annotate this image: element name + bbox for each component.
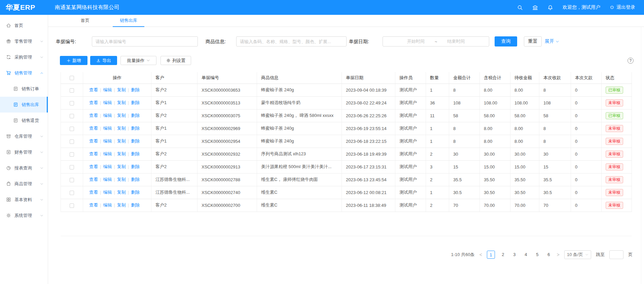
- batch-actions-button[interactable]: 批量操作: [120, 56, 156, 65]
- next-page-button[interactable]: >: [557, 252, 560, 257]
- row-checkbox[interactable]: [70, 88, 74, 93]
- row-checkbox[interactable]: [70, 191, 74, 195]
- page-number[interactable]: 6: [545, 251, 552, 259]
- action-view[interactable]: 查看: [89, 138, 98, 144]
- expand-link[interactable]: 展开: [545, 36, 559, 46]
- action-edit[interactable]: 编辑: [103, 138, 112, 144]
- action-edit[interactable]: 编辑: [103, 190, 112, 195]
- cell-status: 未审核: [602, 160, 632, 173]
- platform-icon[interactable]: [532, 5, 538, 10]
- sidebar-item-home[interactable]: 首页: [0, 18, 48, 33]
- cell-amount-total: 70: [449, 199, 480, 212]
- action-copy[interactable]: 复制: [117, 138, 126, 144]
- action-delete[interactable]: 删除: [131, 164, 140, 169]
- action-edit[interactable]: 编辑: [103, 100, 112, 105]
- row-checkbox[interactable]: [70, 139, 74, 144]
- sidebar-item-warehouse[interactable]: 仓库管理: [0, 128, 48, 144]
- action-separator: |: [100, 138, 101, 144]
- row-checkbox[interactable]: [70, 165, 74, 169]
- action-copy[interactable]: 复制: [117, 87, 126, 92]
- column-header: 单据日期: [342, 72, 395, 84]
- action-view[interactable]: 查看: [89, 202, 98, 208]
- sidebar-item-sales-outbound[interactable]: 销售出库: [0, 97, 48, 113]
- action-view[interactable]: 查看: [89, 190, 98, 195]
- page-number-current[interactable]: 1: [487, 251, 495, 259]
- select-all-checkbox[interactable]: [70, 76, 74, 80]
- action-delete[interactable]: 删除: [131, 126, 140, 131]
- action-delete[interactable]: 删除: [131, 151, 140, 156]
- tab-sales-outbound[interactable]: 销售出库: [113, 15, 144, 27]
- action-edit[interactable]: 编辑: [103, 87, 112, 92]
- jump-page-input[interactable]: [609, 250, 623, 259]
- sidebar-item-system[interactable]: 系统管理: [0, 208, 48, 223]
- reset-button[interactable]: 重置: [524, 36, 542, 46]
- action-view[interactable]: 查看: [89, 177, 98, 182]
- sidebar-item-purchase[interactable]: 采购管理: [0, 49, 48, 65]
- action-delete[interactable]: 删除: [131, 177, 140, 182]
- action-view[interactable]: 查看: [89, 113, 98, 118]
- action-delete[interactable]: 删除: [131, 138, 140, 144]
- page-number[interactable]: 3: [511, 251, 518, 259]
- action-edit[interactable]: 编辑: [103, 151, 112, 156]
- action-edit[interactable]: 编辑: [103, 126, 112, 131]
- column-settings-button[interactable]: 列设置: [160, 56, 191, 65]
- sidebar-item-finance[interactable]: 财务管理: [0, 144, 48, 160]
- export-button[interactable]: 导出: [90, 56, 117, 65]
- row-checkbox[interactable]: [70, 101, 74, 105]
- chevron-down-icon: [40, 56, 43, 59]
- product-info-label: 商品信息:: [206, 36, 226, 46]
- action-view[interactable]: 查看: [89, 151, 98, 156]
- action-edit[interactable]: 编辑: [103, 113, 112, 118]
- action-view[interactable]: 查看: [89, 164, 98, 169]
- action-delete[interactable]: 删除: [131, 190, 140, 195]
- action-copy[interactable]: 复制: [117, 177, 126, 182]
- page-size-select[interactable]: 10 条/页: [564, 250, 591, 259]
- action-copy[interactable]: 复制: [117, 113, 126, 118]
- page-number[interactable]: 5: [534, 251, 541, 259]
- action-delete[interactable]: 删除: [131, 100, 140, 105]
- action-view[interactable]: 查看: [89, 126, 98, 131]
- sidebar-item-report[interactable]: 报表查询: [0, 160, 48, 176]
- product-info-input[interactable]: [236, 36, 347, 46]
- action-view[interactable]: 查看: [89, 100, 98, 105]
- action-delete[interactable]: 删除: [131, 113, 140, 118]
- row-checkbox[interactable]: [70, 203, 74, 208]
- sidebar-item-product[interactable]: 商品管理: [0, 176, 48, 192]
- search-icon[interactable]: [517, 5, 523, 10]
- cell-debt: 0: [571, 109, 602, 122]
- row-checkbox[interactable]: [70, 114, 74, 118]
- add-button[interactable]: 新增: [60, 56, 87, 65]
- action-edit[interactable]: 编辑: [103, 202, 112, 208]
- action-copy[interactable]: 复制: [117, 151, 126, 156]
- sidebar-item-sales[interactable]: 销售管理: [0, 65, 48, 81]
- bell-icon[interactable]: [547, 5, 553, 10]
- action-copy[interactable]: 复制: [117, 164, 126, 169]
- action-copy[interactable]: 复制: [117, 126, 126, 131]
- logout-button[interactable]: 退出登录: [610, 4, 635, 10]
- action-delete[interactable]: 删除: [131, 87, 140, 92]
- prev-page-button[interactable]: <: [479, 252, 482, 257]
- help-button[interactable]: ?: [628, 58, 634, 64]
- sidebar-item-retail[interactable]: 零售管理: [0, 33, 48, 49]
- cell-tax-total: 35.50: [480, 173, 510, 186]
- action-view[interactable]: 查看: [89, 87, 98, 92]
- row-checkbox[interactable]: [70, 127, 74, 131]
- tab-home[interactable]: 首页: [77, 15, 93, 27]
- page-number[interactable]: 4: [523, 251, 529, 259]
- action-copy[interactable]: 复制: [117, 190, 126, 195]
- action-copy[interactable]: 复制: [117, 202, 126, 208]
- row-checkbox[interactable]: [70, 152, 74, 157]
- action-delete[interactable]: 删除: [131, 202, 140, 208]
- action-edit[interactable]: 编辑: [103, 177, 112, 182]
- bill-no-input[interactable]: [92, 36, 198, 46]
- page-number[interactable]: 2: [500, 251, 506, 259]
- retail-icon: [6, 39, 11, 44]
- date-range-input[interactable]: 开始时间 ~ 结束时间: [383, 36, 489, 46]
- action-edit[interactable]: 编辑: [103, 164, 112, 169]
- action-copy[interactable]: 复制: [117, 100, 126, 105]
- sidebar-item-sales-return[interactable]: 销售退货: [0, 113, 48, 128]
- row-checkbox[interactable]: [70, 178, 74, 182]
- search-button[interactable]: 查询: [495, 36, 517, 46]
- sidebar-item-sales-order[interactable]: 销售订单: [0, 81, 48, 97]
- sidebar-item-basic[interactable]: 基本资料: [0, 192, 48, 208]
